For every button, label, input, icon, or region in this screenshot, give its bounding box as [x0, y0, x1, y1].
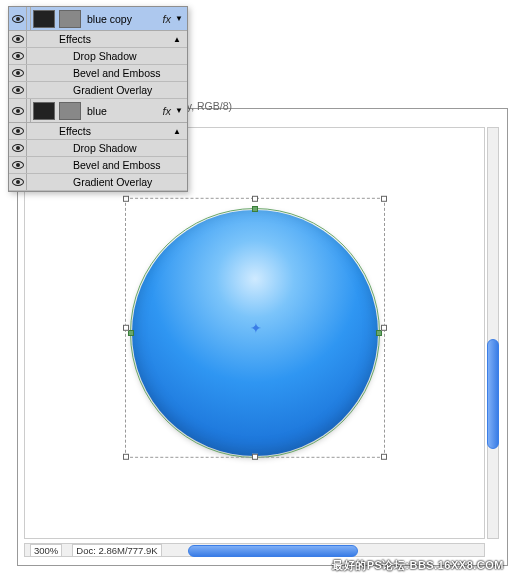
fx-badge[interactable]: fx [163, 13, 176, 25]
transform-handle[interactable] [381, 454, 387, 460]
visibility-toggle[interactable] [9, 140, 27, 156]
layer-thumb[interactable] [33, 102, 55, 120]
eye-icon [12, 178, 24, 186]
transform-handle[interactable] [123, 454, 129, 460]
chevron-down-icon[interactable]: ▼ [175, 106, 187, 115]
transform-bounds[interactable]: ✦ [125, 198, 385, 458]
visibility-toggle[interactable] [9, 82, 27, 98]
effect-name: Bevel and Emboss [27, 159, 187, 171]
effect-name: Bevel and Emboss [27, 67, 187, 79]
eye-icon [12, 69, 24, 77]
doc-size[interactable]: Doc: 2.86M/777.9K [72, 544, 161, 557]
effect-name: Gradient Overlay [27, 176, 187, 188]
watermark: 最好的PS论坛:BBS.16XX8.COM [332, 558, 504, 573]
transform-handle[interactable] [252, 454, 258, 460]
effects-label: Effects [27, 125, 173, 137]
visibility-toggle[interactable] [9, 7, 27, 30]
scrollbar-horizontal-thumb[interactable] [188, 545, 358, 557]
transform-handle[interactable] [381, 196, 387, 202]
effects-header[interactable]: Effects ▲ [9, 31, 187, 48]
effects-header[interactable]: Effects ▲ [9, 123, 187, 140]
layers-panel: blue copy fx ▼ Effects ▲ Drop Shadow Bev… [8, 6, 188, 192]
layer-row-blue-copy[interactable]: blue copy fx ▼ [9, 7, 187, 31]
effect-item[interactable]: Bevel and Emboss [9, 157, 187, 174]
layer-thumb[interactable] [33, 10, 55, 28]
effect-item[interactable]: Gradient Overlay [9, 174, 187, 191]
link-column [27, 7, 31, 30]
visibility-toggle[interactable] [9, 31, 27, 47]
chevron-down-icon[interactable]: ▼ [175, 14, 187, 23]
effects-label: Effects [27, 33, 173, 45]
effect-item[interactable]: Gradient Overlay [9, 82, 187, 99]
vector-mask-thumb[interactable] [59, 102, 81, 120]
effect-item[interactable]: Bevel and Emboss [9, 65, 187, 82]
effect-name: Gradient Overlay [27, 84, 187, 96]
transform-handle[interactable] [123, 325, 129, 331]
transform-handle[interactable] [123, 196, 129, 202]
scrollbar-vertical-thumb[interactable] [487, 339, 499, 449]
layer-name[interactable]: blue [83, 105, 163, 117]
chevron-up-icon[interactable]: ▲ [173, 35, 187, 44]
effect-item[interactable]: Drop Shadow [9, 140, 187, 157]
transform-center[interactable]: ✦ [250, 323, 260, 333]
eye-icon [12, 107, 24, 115]
layer-row-blue[interactable]: blue fx ▼ [9, 99, 187, 123]
link-column [27, 99, 31, 122]
eye-icon [12, 127, 24, 135]
scrollbar-vertical-track[interactable] [487, 127, 499, 539]
eye-icon [12, 161, 24, 169]
eye-icon [12, 144, 24, 152]
transform-handle[interactable] [381, 325, 387, 331]
eye-icon [12, 52, 24, 60]
transform-handle[interactable] [252, 196, 258, 202]
effect-item[interactable]: Drop Shadow [9, 48, 187, 65]
effect-name: Drop Shadow [27, 142, 187, 154]
vector-mask-thumb[interactable] [59, 10, 81, 28]
eye-icon [12, 35, 24, 43]
status-bar: 300% Doc: 2.86M/777.9K [24, 543, 168, 557]
eye-icon [12, 15, 24, 23]
visibility-toggle[interactable] [9, 123, 27, 139]
chevron-up-icon[interactable]: ▲ [173, 127, 187, 136]
effect-name: Drop Shadow [27, 50, 187, 62]
zoom-level[interactable]: 300% [30, 544, 62, 557]
visibility-toggle[interactable] [9, 174, 27, 190]
visibility-toggle[interactable] [9, 65, 27, 81]
eye-icon [12, 86, 24, 94]
layer-name[interactable]: blue copy [83, 13, 163, 25]
fx-badge[interactable]: fx [163, 105, 176, 117]
visibility-toggle[interactable] [9, 157, 27, 173]
visibility-toggle[interactable] [9, 99, 27, 122]
visibility-toggle[interactable] [9, 48, 27, 64]
